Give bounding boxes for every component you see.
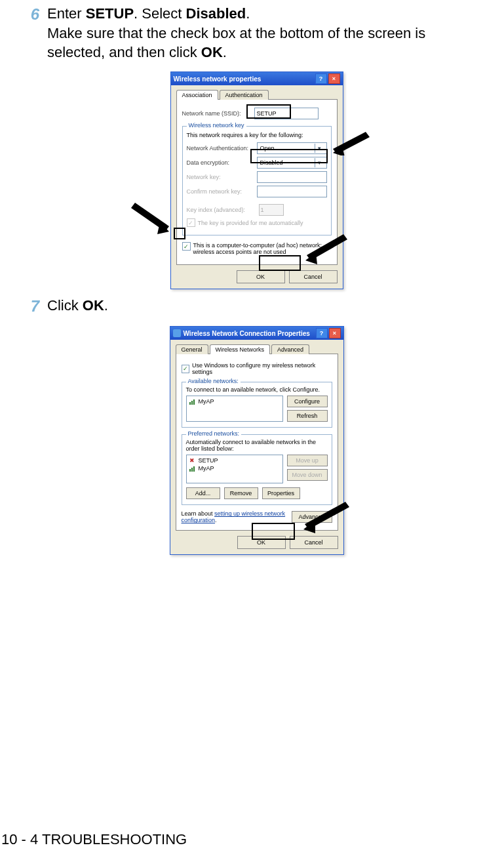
page: 6 Enter SETUP. Select Disabled. Make sur… [0,4,504,856]
use-windows-label: Use Windows to configure my wireless net… [192,362,332,375]
tab-association[interactable]: Association [176,90,218,100]
row-encryption: Data encryption: Disabled▾ [187,157,327,169]
list-item[interactable]: ✖ SETUP [188,457,281,464]
netkey-input[interactable] [257,171,326,183]
properties-button[interactable]: Properties [262,487,300,499]
learn-b: . [215,517,217,523]
arrow-icon [301,234,347,266]
step6-text-c: . [246,5,250,22]
adhoc-icon: ✖ [189,457,196,464]
arrow-icon [330,132,370,155]
row-auth: Network Authentication: Open▾ [187,142,327,154]
close-button[interactable]: × [328,73,340,84]
ok-button[interactable]: OK [237,536,286,549]
step7-bold-a: OK [83,297,104,314]
preferred-desc: Automatically connect to available netwo… [186,439,328,452]
available-buttons: Configure Refresh [287,396,328,422]
confirm-input[interactable] [257,186,326,197]
preferred-row: ✖ SETUP MyAP Move up Move down [186,455,328,483]
network-icon [173,329,181,337]
chevron-down-icon: ▾ [315,144,324,153]
autokey-label: The key is provided for me automatically [198,220,303,226]
key-desc: This network requires a key for the foll… [187,132,327,138]
figure-2: Wireless Network Connection Properties ?… [170,326,343,555]
step-7: 7 Click OK. [20,296,484,317]
preferred-action-buttons: Add... Remove Properties [186,487,328,499]
list-item[interactable]: MyAP [188,464,281,472]
keyidx-spinner[interactable]: 1 [259,204,284,216]
row-keyidx: Key index (advanced): 1 [187,204,327,216]
row-autokey: ✓ The key is provided for me automatical… [187,218,327,227]
available-list[interactable]: MyAP [186,396,283,422]
tabs: Association Authentication [176,90,338,100]
remove-button[interactable]: Remove [224,487,258,499]
help-button[interactable]: ? [315,73,327,84]
tab-wireless-networks[interactable]: Wireless Networks [210,344,271,354]
keyidx-label: Key index (advanced): [187,207,259,213]
row-use-windows: ✓ Use Windows to configure my wireless n… [182,362,332,375]
add-button[interactable]: Add... [186,487,220,499]
ssid-label: Network name (SSID): [182,110,254,117]
preferred-list[interactable]: ✖ SETUP MyAP [186,455,283,483]
cancel-button[interactable]: Cancel [290,536,338,549]
tab-authentication[interactable]: Authentication [220,90,269,100]
configure-button[interactable]: Configure [287,396,328,407]
help-button[interactable]: ? [316,328,328,338]
ssid-input[interactable]: SETUP [254,108,319,119]
group-legend: Wireless network key [187,122,246,129]
refresh-button[interactable]: Refresh [287,410,328,422]
step6-line2a: Make sure that the check box at the bott… [47,25,425,61]
auth-select[interactable]: Open▾ [257,142,326,154]
move-buttons: Move up Move down [287,455,328,483]
learn-a: Learn about [182,510,215,517]
ap-name: MyAP [199,398,214,405]
encryption-select[interactable]: Disabled▾ [257,157,326,169]
auth-value: Open [260,145,274,152]
titlebar: Wireless Network Connection Properties ?… [170,327,343,340]
page-footer: 10 - 4 TROUBLESHOOTING [1,831,187,848]
step6-text-a: Enter [47,5,86,22]
ssid-value: SETUP [257,110,277,117]
arrow-icon [298,502,349,535]
available-desc: To connect to an available network, clic… [186,386,328,393]
row-ssid: Network name (SSID): SETUP [182,108,332,119]
ok-button[interactable]: OK [237,270,285,283]
button-row: OK Cancel [176,270,338,283]
available-legend: Available networks: [186,378,241,384]
row-netkey: Network key: [187,171,327,183]
chevron-down-icon: ▾ [315,158,324,167]
step7-text-b: . [104,297,108,314]
titlebar: Wireless network properties ? × [171,72,343,85]
move-down-button[interactable]: Move down [287,469,328,481]
signal-icon [189,465,196,472]
group-preferred: Preferred networks: Automatically connec… [182,434,332,505]
keyidx-value: 1 [261,207,264,213]
preferred-legend: Preferred networks: [186,430,242,437]
autokey-checkbox[interactable]: ✓ [187,218,195,227]
dialog-title: Wireless Network Connection Properties [184,330,310,337]
available-row: MyAP Configure Refresh [186,396,328,422]
enc-value: Disabled [260,159,282,166]
dialog-title: Wireless network properties [174,75,262,83]
list-item[interactable]: MyAP [188,397,281,405]
cancel-button[interactable]: Cancel [289,270,338,283]
auth-label: Network Authentication: [187,145,258,152]
step-7-body: Click OK. [47,296,108,317]
move-up-button[interactable]: Move up [287,455,328,466]
close-button[interactable]: × [329,328,341,338]
step-6: 6 Enter SETUP. Select Disabled. Make sur… [20,4,484,62]
netkey-label: Network key: [187,174,258,180]
step6-text-b: . Select [134,5,185,22]
step-7-number: 7 [20,296,39,317]
step-6-number: 6 [20,4,39,62]
tab-general[interactable]: General [176,344,208,354]
tabs: General Wireless Networks Advanced [176,344,338,354]
step6-bold-c: OK [201,44,223,60]
adhoc-checkbox[interactable]: ✓ [182,242,191,251]
button-row: OK Cancel [176,536,338,549]
signal-icon [189,398,196,405]
use-windows-checkbox[interactable]: ✓ [182,365,190,373]
tab-advanced[interactable]: Advanced [271,344,309,354]
group-wireless-key: Wireless network key This network requir… [182,126,332,235]
pref-name: MyAP [199,465,214,472]
